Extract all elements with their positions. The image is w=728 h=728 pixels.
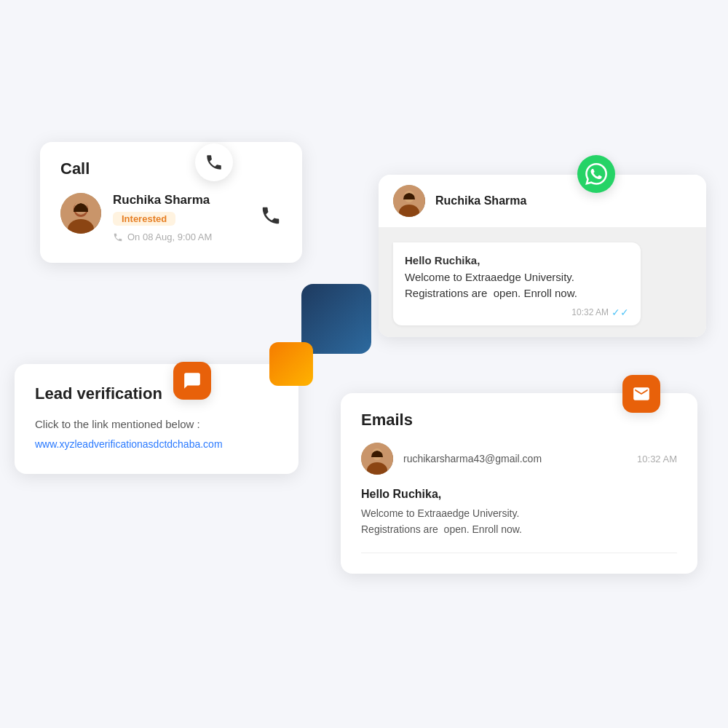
whatsapp-message-meta: 10:32 AM ✓✓ bbox=[405, 306, 629, 318]
email-card: Emails ruchikarsharma43@gmail.com 10:32 … bbox=[341, 393, 697, 574]
phone-icon bbox=[205, 153, 223, 172]
call-card: Call Ruchika Sharma Interested On 08 Aug… bbox=[40, 142, 302, 263]
logo-blue-square bbox=[301, 284, 371, 354]
chat-icon bbox=[183, 371, 202, 390]
whatsapp-message-text: Welcome to Extraaedge University.Registr… bbox=[405, 271, 577, 300]
email-divider bbox=[361, 553, 677, 553]
call-avatar-image bbox=[60, 193, 101, 234]
call-status-badge: Interested bbox=[113, 212, 175, 226]
whatsapp-body: Hello Ruchika, Welcome to Extraaedge Uni… bbox=[379, 228, 706, 337]
call-time-row: On 08 Aug, 9:00 AM bbox=[113, 232, 248, 242]
whatsapp-card: Ruchika Sharma Hello Ruchika, Welcome to… bbox=[379, 175, 706, 337]
email-avatar-image bbox=[361, 443, 393, 475]
logo-graphic bbox=[269, 284, 371, 386]
whatsapp-icon bbox=[585, 163, 607, 185]
whatsapp-header: Ruchika Sharma bbox=[379, 175, 706, 228]
email-card-title: Emails bbox=[361, 411, 677, 430]
whatsapp-tick-icon: ✓✓ bbox=[612, 306, 629, 318]
call-time-text: On 08 Aug, 9:00 AM bbox=[127, 232, 212, 242]
whatsapp-greeting: Hello Ruchika, Welcome to Extraaedge Uni… bbox=[405, 253, 629, 302]
email-fab[interactable] bbox=[622, 375, 660, 413]
logo-orange-square bbox=[269, 342, 313, 386]
email-body-text: Welcome to Extraaedge University.Registr… bbox=[361, 505, 677, 538]
call-contact-name: Ruchika Sharma bbox=[113, 193, 248, 207]
call-phone-action-icon[interactable] bbox=[260, 205, 282, 232]
lead-card-title: Lead verification bbox=[35, 384, 278, 403]
call-phone-svg bbox=[260, 205, 282, 226]
lead-card-text: Click to the link mentioned below : bbox=[35, 418, 278, 430]
call-info: Ruchika Sharma Interested On 08 Aug, 9:0… bbox=[113, 193, 248, 242]
whatsapp-avatar bbox=[393, 185, 425, 217]
whatsapp-contact-name: Ruchika Sharma bbox=[435, 194, 526, 207]
whatsapp-message-bubble: Hello Ruchika, Welcome to Extraaedge Uni… bbox=[393, 242, 641, 325]
email-row: ruchikarsharma43@gmail.com 10:32 AM bbox=[361, 443, 677, 475]
chat-fab[interactable] bbox=[173, 362, 211, 400]
whatsapp-fab[interactable] bbox=[577, 155, 615, 193]
phone-fab[interactable] bbox=[195, 143, 233, 181]
email-icon bbox=[632, 384, 651, 403]
email-greeting: Hello Ruchika, bbox=[361, 488, 677, 501]
lead-card-link[interactable]: www.xyzleadverificationasdctdchaba.com bbox=[35, 438, 223, 450]
email-time: 10:32 AM bbox=[637, 454, 677, 464]
call-contact-row: Ruchika Sharma Interested On 08 Aug, 9:0… bbox=[60, 193, 282, 242]
lead-verification-card: Lead verification Click to the link ment… bbox=[15, 364, 298, 474]
email-address: ruchikarsharma43@gmail.com bbox=[403, 453, 627, 464]
call-time-phone-icon bbox=[113, 232, 123, 242]
whatsapp-time: 10:32 AM bbox=[571, 307, 609, 317]
email-avatar bbox=[361, 443, 393, 475]
whatsapp-avatar-image bbox=[393, 185, 425, 217]
call-avatar bbox=[60, 193, 101, 234]
call-card-title: Call bbox=[60, 159, 282, 178]
